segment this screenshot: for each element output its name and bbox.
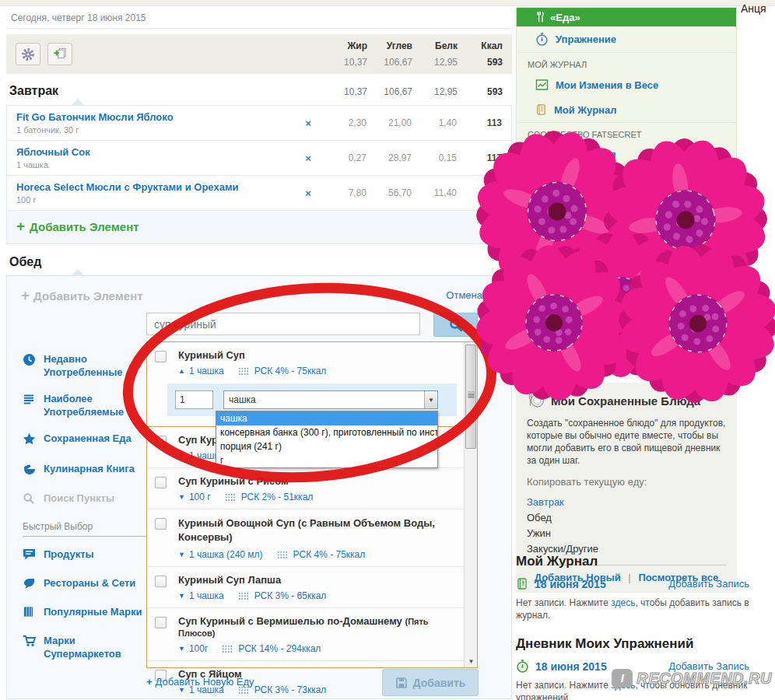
star-icon	[23, 432, 37, 449]
here-link[interactable]: здесь	[611, 597, 635, 608]
serving-link[interactable]: 1 чашка (240 мл)	[189, 549, 263, 560]
nutrition-grid-icon[interactable]	[238, 592, 249, 600]
result-name[interactable]: Суп Куриный с Вермишелью по-Домашнему (П…	[178, 615, 458, 639]
sidebar-item-recent[interactable]: Недавно Употребленные	[23, 352, 147, 379]
sidebar-item-restaurants[interactable]: Рестораны & Сети	[23, 576, 147, 592]
result-name[interactable]: Суп Куриный с Рисом	[178, 475, 458, 487]
expand-triangle-icon[interactable]: ▼	[178, 493, 185, 501]
result-checkbox[interactable]	[155, 617, 167, 628]
food-link[interactable]: Яблочный Сок	[16, 146, 295, 158]
remove-item-icon[interactable]: ×	[295, 187, 321, 199]
username[interactable]: Анця	[741, 2, 766, 15]
scrollbar-down-arrow[interactable]: ▼	[465, 658, 478, 665]
result-name[interactable]: Куриный Суп Лапша	[178, 574, 458, 586]
rsk-link[interactable]: РСК 4% - 75ккал	[293, 549, 366, 560]
serving-link[interactable]: 1 чашка	[189, 366, 224, 376]
add-new-food-link[interactable]: +Добавить Новую Еду	[146, 676, 254, 688]
copy-day-button[interactable]	[47, 43, 72, 65]
rsk-link[interactable]: РСК 2% - 51ккал	[241, 492, 314, 502]
scrollbar-thumb[interactable]	[465, 345, 476, 449]
expand-triangle-icon[interactable]: ▼	[178, 645, 185, 653]
serving-link[interactable]: 100 г	[189, 492, 211, 502]
weight-chart-icon	[535, 79, 549, 91]
result-name[interactable]: Куриный Суп	[178, 349, 458, 361]
sidebar-item-search-items[interactable]: Поиск Пункты	[23, 492, 147, 508]
nutrition-grid-icon[interactable]	[238, 367, 249, 376]
people-icon	[535, 149, 549, 160]
food-serving: 100 г	[16, 195, 295, 205]
col-fat: Жир	[322, 40, 367, 51]
result-checkbox[interactable]	[155, 436, 167, 447]
recommend-watermark: I RECOMMEND.RU	[612, 669, 772, 688]
remove-item-icon[interactable]: ×	[295, 152, 321, 164]
nav-item-food-active[interactable]: «Еда»	[517, 8, 736, 26]
my-journal-title: Мой Журнал	[516, 554, 749, 569]
nav-item-my-friends[interactable]: Мои Друзья	[517, 142, 736, 166]
add-entry-link[interactable]: Добавить Запись	[668, 578, 749, 590]
sidebar-item-saved-food[interactable]: Сохраненная Еда	[23, 432, 147, 449]
rsk-link[interactable]: РСК 3% - 73ккал	[254, 684, 327, 695]
cell-kcal: 113	[457, 117, 502, 128]
search-icon	[448, 317, 464, 333]
dropdown-option[interactable]: консервная банка (300 г), приготовленный…	[216, 425, 437, 439]
page-top-strip	[0, 0, 775, 6]
result-checkbox[interactable]	[155, 518, 167, 530]
cell-kcal: 363	[457, 187, 502, 198]
result-row: Суп Куриный с Рисом ▼ 100 г РСК 2% - 51к…	[147, 468, 477, 509]
nav-item-exercise[interactable]: Упражнение	[517, 26, 736, 52]
settings-button[interactable]	[16, 43, 40, 65]
unit-dropdown-list: чашка консервная банка (300 г), приготов…	[216, 411, 438, 468]
result-checkbox[interactable]	[155, 576, 167, 587]
serving-link[interactable]: 1 чашка	[189, 590, 224, 601]
expand-triangle-icon[interactable]: ▼	[178, 551, 185, 558]
sidebar-item-popular-brands[interactable]: Популярные Марки	[23, 605, 147, 621]
nutrition-grid-icon[interactable]	[222, 645, 233, 653]
sidebar-item-most-used[interactable]: Наиболее Употребляемые	[23, 392, 147, 418]
food-link[interactable]: Fit Go Батончик Мюсли Яблоко	[16, 111, 295, 123]
table-row: Horeca Select Мюсли с Фруктами и Орехами…	[7, 176, 511, 211]
add-item-button[interactable]: +Добавить Элемент	[7, 211, 511, 243]
unit-select[interactable]: чашка ▼	[223, 390, 438, 409]
results-scrollbar[interactable]: ▼	[464, 342, 477, 667]
rsk-link[interactable]: РСК 4% - 75ккал	[254, 366, 327, 376]
nav-item-weight-changes[interactable]: Мои Измения в Весе	[517, 72, 736, 97]
cancel-button[interactable]: Отмена ×	[446, 289, 499, 301]
nav-item-my-journal[interactable]: Мой Журнал	[517, 97, 736, 122]
nutrition-grid-icon[interactable]	[225, 493, 236, 502]
sidebar-item-supermarket-brands[interactable]: Марки Супермаркетов	[23, 634, 147, 660]
expand-triangle-icon[interactable]: ▼	[178, 452, 185, 460]
result-checkbox[interactable]	[155, 477, 167, 488]
diary-date[interactable]: Сегодня, четверг 18 июня 2015	[6, 7, 512, 29]
food-diary-main: Сегодня, четверг 18 июня 2015 Жир10,37 У…	[6, 7, 512, 699]
dropdown-option-selected[interactable]: чашка	[216, 411, 437, 425]
dropdown-option[interactable]: г	[216, 453, 437, 467]
copy-meal-lunch[interactable]: Обед	[527, 510, 726, 526]
clock-icon	[23, 352, 37, 379]
dropdown-option[interactable]: порция (241 г)	[216, 439, 437, 453]
serving-link[interactable]: 100г	[189, 643, 208, 654]
copy-meal-dinner[interactable]: Ужин	[527, 526, 726, 541]
food-link[interactable]: Horeca Select Мюсли с Фруктами и Орехами	[16, 181, 295, 193]
search-input[interactable]	[146, 313, 420, 335]
remove-item-icon[interactable]: ×	[295, 117, 321, 129]
copy-icon	[53, 47, 68, 61]
nutrition-grid-icon[interactable]	[277, 551, 288, 559]
rsk-link[interactable]: РСК 14% - 294ккал	[238, 643, 321, 654]
total-protein: 12,95	[412, 57, 458, 68]
collapse-triangle-icon[interactable]: ▲	[178, 367, 185, 375]
obscured-widget-block	[589, 177, 664, 204]
journal-date-link[interactable]: 18 июня 2015	[535, 578, 668, 590]
quantity-input[interactable]	[175, 390, 213, 409]
plus-icon: +	[21, 287, 30, 303]
breakfast-carbs: 106,67	[367, 86, 412, 97]
result-checkbox[interactable]	[155, 351, 167, 362]
copy-meal-breakfast[interactable]: Завтрак	[527, 495, 726, 510]
result-name[interactable]: Куриный Овощной Суп (с Равным Объемом Во…	[178, 516, 458, 544]
sidebar-item-products[interactable]: Продукты	[23, 548, 147, 563]
search-button[interactable]	[433, 313, 478, 337]
rsk-link[interactable]: РСК 3% - 65ккал	[254, 590, 327, 601]
expand-triangle-icon[interactable]: ▼	[178, 592, 185, 600]
sidebar-item-cookbook[interactable]: Кулинарная Книга	[23, 462, 147, 478]
add-button[interactable]: Добавить	[382, 669, 479, 696]
leaf-tag-icon	[23, 576, 37, 592]
